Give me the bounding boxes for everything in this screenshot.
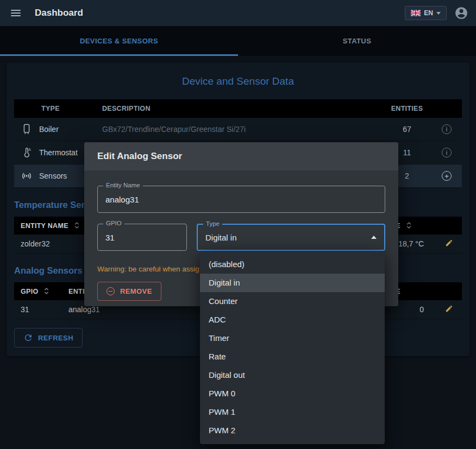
type-dropdown-menu: (disabled) Digital in Counter ADC Timer … — [200, 251, 385, 444]
account-icon[interactable] — [454, 6, 468, 20]
page-title: Dashboard — [35, 8, 83, 18]
refresh-button[interactable]: REFRESH — [14, 328, 83, 347]
dropdown-option[interactable]: Rate — [200, 347, 385, 366]
thermostat-icon: A — [21, 147, 33, 159]
col-header-edit — [436, 282, 462, 300]
boiler-icon — [21, 123, 33, 135]
device-entities-count: 67 — [383, 118, 431, 141]
pencil-icon[interactable] — [445, 239, 453, 247]
entity-name-label: Entity Name — [103, 182, 143, 188]
field-row: GPIO Type Digital in — [97, 224, 385, 251]
chevron-down-icon — [436, 12, 441, 15]
refresh-icon — [23, 333, 33, 343]
refresh-label: REFRESH — [38, 334, 73, 342]
type-select[interactable]: Type Digital in — [197, 224, 385, 251]
gpio-field: GPIO — [97, 224, 187, 251]
col-header-edit — [436, 217, 462, 235]
info-icon[interactable]: i — [442, 148, 452, 157]
gpio-input[interactable] — [105, 233, 179, 242]
tab-label: DEVICES & SENSORS — [80, 37, 158, 45]
dropdown-option[interactable]: Digital in — [200, 274, 385, 292]
dropdown-option[interactable]: Timer — [200, 329, 385, 347]
col-header-description: DESCRIPTION — [96, 99, 383, 118]
dropdown-option[interactable]: PWM 2 — [200, 421, 385, 440]
tab-status[interactable]: STATUS — [238, 26, 476, 56]
pencil-icon[interactable] — [445, 305, 453, 313]
uk-flag-icon — [411, 10, 421, 16]
device-type-label: Thermostat — [39, 148, 78, 157]
devices-header-row: TYPE DESCRIPTION ENTITIES — [14, 99, 462, 118]
card-title: Device and Sensor Data — [14, 75, 462, 87]
app-bar: Dashboard EN — [0, 0, 476, 26]
chevron-up-icon — [371, 236, 377, 239]
language-label: EN — [424, 9, 433, 17]
gpio-label: GPIO — [103, 220, 124, 226]
col-header-entities: ENTITIES — [383, 99, 431, 118]
plus-circle-icon[interactable]: + — [442, 171, 452, 181]
svg-text:A: A — [28, 148, 31, 151]
col-header-type: TYPE — [14, 99, 96, 118]
device-type-label: Boiler — [39, 125, 59, 134]
tab-label: STATUS — [343, 37, 371, 45]
device-description: GBx72/Trendline/Cerapur/Greenstar Si/27i — [96, 118, 383, 141]
type-selected-value: Digital in — [205, 233, 237, 242]
dropdown-option[interactable]: (disabled) — [200, 255, 385, 274]
table-row[interactable]: Boiler GBx72/Trendline/Cerapur/Greenstar… — [14, 118, 462, 141]
dropdown-option[interactable]: PWM 1 — [200, 403, 385, 421]
gpio-cell: 31 — [14, 300, 62, 319]
dropdown-option[interactable]: Digital out — [200, 366, 385, 384]
tab-bar: DEVICES & SENSORS STATUS — [0, 26, 476, 56]
dialog-title: Edit Analog Sensor — [84, 142, 398, 170]
info-icon[interactable]: i — [442, 124, 452, 134]
radio-signal-icon — [21, 170, 33, 182]
minus-circle-icon — [107, 287, 115, 295]
menu-icon[interactable] — [8, 7, 24, 20]
dropdown-option[interactable]: ADC — [200, 311, 385, 329]
language-selector[interactable]: EN — [405, 6, 447, 20]
sort-icon — [43, 287, 49, 295]
type-label: Type — [203, 220, 222, 227]
entity-name-input[interactable] — [105, 195, 377, 204]
device-type-label: Sensors — [39, 172, 67, 180]
remove-button[interactable]: REMOVE — [97, 282, 161, 301]
entity-name-field: Entity Name — [97, 186, 385, 213]
sort-icon — [406, 222, 412, 229]
remove-label: REMOVE — [120, 287, 152, 295]
col-header-gpio[interactable]: GPIO — [14, 282, 62, 300]
col-header-actions — [431, 99, 462, 118]
tab-devices-sensors[interactable]: DEVICES & SENSORS — [0, 26, 238, 56]
dropdown-option[interactable]: Counter — [200, 292, 385, 311]
dropdown-option[interactable]: PWM 0 — [200, 384, 385, 403]
sort-icon — [74, 222, 80, 229]
